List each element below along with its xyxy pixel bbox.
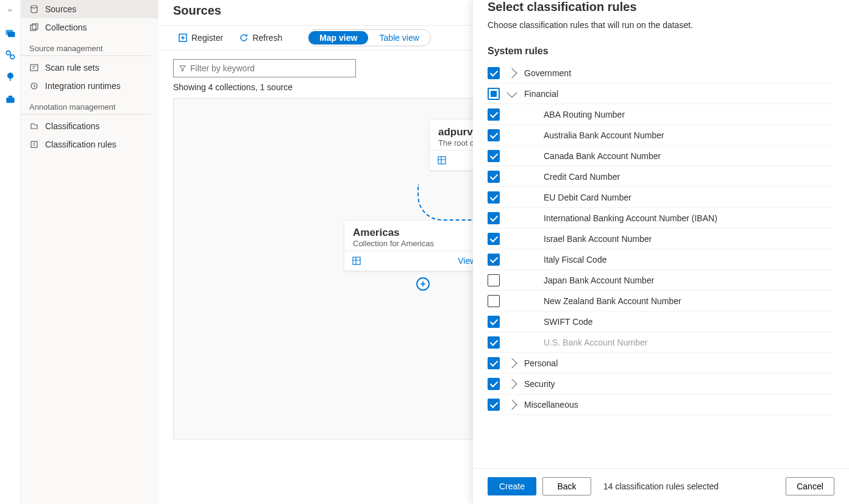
rule-item-label: Canada Bank Account Number bbox=[544, 151, 661, 161]
svg-point-2 bbox=[6, 51, 10, 55]
rule-item-row[interactable]: Italy Fiscal Code bbox=[488, 249, 834, 270]
svg-rect-1 bbox=[7, 32, 15, 37]
rule-group-row[interactable]: Government bbox=[488, 63, 834, 83]
add-collection-button[interactable]: + bbox=[416, 277, 430, 291]
rule-item-row[interactable]: Australia Bank Account Number bbox=[488, 125, 834, 146]
runtime-icon bbox=[29, 81, 39, 91]
svg-rect-6 bbox=[6, 98, 14, 102]
rule-group-row[interactable]: Financial bbox=[488, 83, 834, 104]
rail-sources-icon[interactable] bbox=[2, 46, 19, 63]
rule-item-row[interactable]: New Zealand Bank Account Number bbox=[488, 291, 834, 311]
nav-label: Classifications bbox=[45, 121, 99, 131]
svg-point-4 bbox=[7, 73, 13, 79]
nav-label: Integration runtimes bbox=[45, 81, 121, 91]
nav-classification-rules[interactable]: Classification rules bbox=[21, 135, 158, 154]
rule-checkbox[interactable] bbox=[488, 88, 500, 100]
rule-checkbox[interactable] bbox=[488, 212, 500, 224]
scan-icon bbox=[29, 63, 39, 73]
icon-rail: ›› bbox=[0, 0, 21, 504]
rule-checkbox[interactable] bbox=[488, 295, 500, 307]
expand-toggle[interactable] bbox=[506, 401, 518, 408]
svg-rect-13 bbox=[31, 141, 37, 147]
rule-item-row[interactable]: ABA Routing Number bbox=[488, 104, 834, 125]
table-view-button[interactable]: Table view bbox=[368, 31, 430, 44]
rule-item-row[interactable]: International Banking Account Number (IB… bbox=[488, 208, 834, 229]
rule-checkbox[interactable] bbox=[488, 399, 500, 411]
connector-line bbox=[417, 184, 478, 221]
svg-rect-9 bbox=[30, 25, 36, 30]
rule-item-row[interactable]: Israel Bank Account Number bbox=[488, 229, 834, 249]
register-icon bbox=[178, 33, 188, 43]
rule-item-row[interactable]: Canada Bank Account Number bbox=[488, 146, 834, 166]
rule-item-label: EU Debit Card Number bbox=[544, 193, 631, 202]
rule-item-row[interactable]: SWIFT Code bbox=[488, 311, 834, 332]
rail-management-icon[interactable] bbox=[2, 90, 19, 107]
refresh-button[interactable]: Refresh bbox=[234, 29, 287, 46]
rule-checkbox[interactable] bbox=[488, 191, 500, 204]
nav-label: Classification rules bbox=[45, 140, 116, 149]
panel-title: Select classification rules bbox=[488, 0, 834, 20]
expand-toggle[interactable] bbox=[506, 91, 518, 96]
rail-insights-icon[interactable] bbox=[2, 68, 19, 85]
rule-item-row[interactable]: Credit Card Number bbox=[488, 166, 834, 187]
nav-collections[interactable]: Collections bbox=[21, 18, 158, 37]
rule-checkbox[interactable] bbox=[488, 150, 500, 162]
rule-group-row[interactable]: Security bbox=[488, 374, 834, 394]
rule-checkbox[interactable] bbox=[488, 254, 500, 266]
cancel-button[interactable]: Cancel bbox=[786, 477, 834, 495]
filter-icon bbox=[179, 64, 186, 73]
svg-rect-10 bbox=[32, 24, 38, 29]
map-view-button[interactable]: Map view bbox=[308, 31, 368, 44]
rule-checkbox[interactable] bbox=[488, 378, 500, 390]
collection-card-americas[interactable]: Americas Collection for Americas View d bbox=[344, 221, 491, 271]
rule-item-row[interactable]: Japan Bank Account Number bbox=[488, 270, 834, 291]
register-button[interactable]: Register bbox=[173, 29, 228, 46]
nav-label: Scan rule sets bbox=[45, 63, 99, 73]
card-subtitle: Collection for Americas bbox=[353, 239, 482, 248]
selection-status: 14 classification rules selected bbox=[603, 481, 719, 491]
svg-rect-11 bbox=[30, 65, 38, 71]
svg-rect-16 bbox=[353, 257, 360, 264]
rule-checkbox[interactable] bbox=[488, 336, 500, 349]
rule-checkbox[interactable] bbox=[488, 108, 500, 121]
rule-item-label: Italy Fiscal Code bbox=[544, 255, 606, 264]
rule-item-label: Credit Card Number bbox=[544, 172, 620, 182]
rule-group-label: Government bbox=[524, 68, 571, 78]
rule-item-row[interactable]: EU Debit Card Number bbox=[488, 187, 834, 208]
rule-group-row[interactable]: Miscellaneous bbox=[488, 394, 834, 415]
grid-icon[interactable] bbox=[437, 155, 447, 165]
svg-point-8 bbox=[31, 5, 37, 8]
rule-item-label: New Zealand Bank Account Number bbox=[544, 296, 681, 306]
expand-toggle[interactable] bbox=[506, 69, 518, 77]
rule-checkbox[interactable] bbox=[488, 357, 500, 369]
expand-toggle[interactable] bbox=[506, 360, 518, 367]
rail-data-map-icon[interactable] bbox=[2, 24, 19, 41]
nav-sources[interactable]: Sources bbox=[21, 0, 158, 18]
expand-toggle[interactable] bbox=[506, 380, 518, 388]
rule-group-row[interactable]: Personal bbox=[488, 353, 834, 374]
nav-label: Sources bbox=[45, 4, 76, 14]
panel-description: Choose classification rules that will ru… bbox=[488, 20, 834, 42]
rule-item-row[interactable]: U.S. Bank Account Number bbox=[488, 332, 834, 353]
back-button[interactable]: Back bbox=[542, 477, 591, 495]
system-rules-heading: System rules bbox=[488, 42, 834, 63]
svg-rect-7 bbox=[8, 96, 12, 98]
grid-icon[interactable] bbox=[352, 256, 361, 266]
rule-checkbox[interactable] bbox=[488, 129, 500, 141]
rule-checkbox[interactable] bbox=[488, 171, 500, 183]
nav-classifications[interactable]: Classifications bbox=[21, 117, 158, 135]
nav-scan-rule-sets[interactable]: Scan rule sets bbox=[21, 59, 158, 77]
filter-input[interactable] bbox=[190, 63, 350, 73]
panel-footer: Create Back 14 classification rules sele… bbox=[473, 468, 849, 504]
nav-integration-runtimes[interactable]: Integration runtimes bbox=[21, 77, 158, 95]
rule-checkbox[interactable] bbox=[488, 67, 500, 79]
expand-rail-button[interactable]: ›› bbox=[0, 0, 20, 20]
nav-label: Collections bbox=[45, 23, 87, 32]
filter-box[interactable] bbox=[173, 59, 356, 77]
rule-group-label: Personal bbox=[524, 358, 558, 368]
rule-checkbox[interactable] bbox=[488, 316, 500, 328]
rules-icon bbox=[29, 140, 39, 149]
rule-checkbox[interactable] bbox=[488, 233, 500, 245]
rule-checkbox[interactable] bbox=[488, 274, 500, 286]
create-button[interactable]: Create bbox=[488, 477, 536, 495]
